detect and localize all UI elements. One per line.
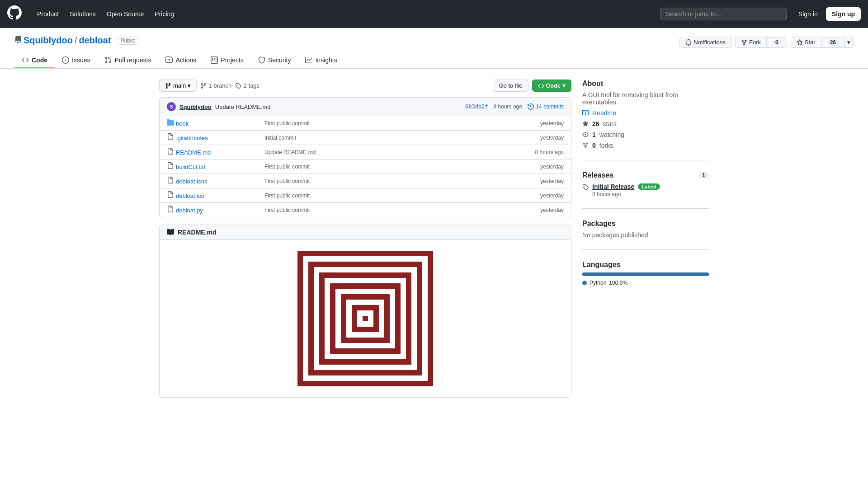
- file-icon: [167, 148, 176, 156]
- star-add-button[interactable]: ▾: [844, 37, 854, 48]
- file-commit-hook: First public commit: [257, 120, 509, 127]
- tab-code[interactable]: Code: [14, 53, 55, 68]
- star-count-value: 26: [827, 39, 839, 46]
- code-button[interactable]: Code ▾: [532, 80, 572, 92]
- packages-section: Packages No packages published: [582, 220, 709, 250]
- tab-security-label: Security: [268, 56, 291, 64]
- release-name[interactable]: Initial Release: [592, 183, 634, 190]
- releases-section: Releases 1 Initial Release Latest: [582, 171, 709, 209]
- tag-count: 2: [243, 82, 246, 89]
- file-time-readme: 8 hours ago: [509, 149, 564, 155]
- tab-projects[interactable]: Projects: [203, 53, 251, 68]
- notifications-button[interactable]: Notifications: [679, 37, 731, 48]
- top-nav: Product Solutions Open Source Pricing Si…: [0, 0, 868, 28]
- fork-count[interactable]: 0: [767, 37, 787, 48]
- fork-button[interactable]: Fork: [735, 37, 767, 48]
- tab-insights[interactable]: Insights: [298, 53, 344, 68]
- commit-count: 14: [536, 103, 542, 110]
- file-name-gitattributes: .gitattributes: [176, 134, 257, 141]
- sign-in-button[interactable]: Sign in: [794, 8, 822, 20]
- file-commit-debloat-ico: First public commit: [257, 192, 509, 199]
- file-link-buildcli[interactable]: buildCLI.txt: [176, 164, 205, 170]
- nav-pricing[interactable]: Pricing: [150, 8, 179, 20]
- branch-count-link[interactable]: 1 branch: [200, 82, 231, 89]
- file-commit-buildcli: First public commit: [257, 164, 509, 170]
- tag-label: tags: [248, 82, 259, 89]
- release-latest-badge: Latest: [638, 183, 660, 190]
- file-link-debloat-ico[interactable]: debloat.ico: [176, 192, 204, 199]
- file-time-debloat-py: yesterday: [509, 207, 564, 213]
- commit-right: 6b3db2f 8 hours ago 14 commits: [465, 103, 564, 110]
- fork-count-value: 0: [773, 39, 781, 46]
- about-title: About: [582, 80, 709, 88]
- file-link-debloat-py[interactable]: debloat.py: [176, 207, 203, 214]
- forks-stat: 0 forks: [582, 142, 709, 149]
- commit-author[interactable]: Squiblydoo: [179, 103, 212, 110]
- nav-open-source[interactable]: Open Source: [102, 8, 149, 20]
- breadcrumb-separator: /: [75, 35, 77, 46]
- readme-image: [170, 251, 560, 386]
- release-tag-icon: [582, 184, 589, 192]
- branch-right: Go to file Code ▾: [493, 80, 571, 92]
- go-to-file-button[interactable]: Go to file: [493, 80, 528, 92]
- folder-icon: [167, 119, 176, 127]
- file-time-hook: yesterday: [509, 120, 564, 127]
- branch-bar: main ▾ 1 branch 2: [159, 80, 571, 92]
- table-row: debloat.py First public commit yesterday: [160, 203, 571, 217]
- languages-title: Languages: [582, 261, 709, 269]
- star-count-button[interactable]: 26: [821, 37, 844, 48]
- readme-link[interactable]: Readme: [582, 109, 709, 117]
- file-link-gitattributes[interactable]: .gitattributes: [176, 135, 208, 141]
- readme-section: README.md: [159, 225, 571, 398]
- sidebar: About A GUI tool for removing bloat from…: [582, 80, 709, 398]
- search-input[interactable]: [660, 8, 787, 20]
- file-link-readme[interactable]: README.md: [176, 149, 211, 156]
- release-info: Initial Release Latest 8 hours ago: [592, 183, 660, 197]
- commits-label: commits: [543, 103, 564, 110]
- branch-selector[interactable]: main ▾: [159, 80, 197, 92]
- commit-sha[interactable]: 6b3db2f: [465, 103, 488, 110]
- tab-pull-requests[interactable]: Pull requests: [97, 53, 158, 68]
- owner-link[interactable]: Squiblydoo: [24, 35, 73, 46]
- fork-group: Fork 0: [735, 37, 787, 48]
- commit-time: 8 hours ago: [494, 103, 522, 110]
- star-button[interactable]: Star: [791, 37, 821, 48]
- tab-pr-label: Pull requests: [114, 56, 151, 64]
- tab-actions[interactable]: Actions: [158, 53, 203, 68]
- star-label: Star: [805, 39, 816, 46]
- languages-section: Languages Python 100.0%: [582, 261, 709, 297]
- table-row: README.md Update README.md 8 hours ago: [160, 145, 571, 160]
- python-label: Python: [590, 280, 606, 286]
- file-icon: [167, 177, 176, 185]
- tag-count-link[interactable]: 2 tags: [235, 82, 259, 89]
- file-link-debloat-icns[interactable]: debloat.icns: [176, 178, 207, 185]
- table-row: debloat.icns First public commit yesterd…: [160, 174, 571, 188]
- file-icon: [167, 206, 176, 214]
- release-time: 8 hours ago: [592, 191, 660, 197]
- about-section: About A GUI tool for removing bloat from…: [582, 80, 709, 160]
- main-container: main ▾ 1 branch 2: [145, 69, 723, 408]
- nav-product[interactable]: Product: [33, 8, 63, 20]
- file-icon: [167, 133, 176, 142]
- commits-link[interactable]: 14 commits: [528, 103, 564, 110]
- github-logo-icon[interactable]: [7, 5, 22, 23]
- table-row: buildCLI.txt First public commit yesterd…: [160, 160, 571, 174]
- commit-info: S Squiblydoo Update README.md 6b3db2f 8 …: [159, 97, 571, 116]
- stars-stat: 26 stars: [582, 120, 709, 127]
- table-row: .gitattributes Initial commit yesterday: [160, 131, 571, 145]
- tab-projects-label: Projects: [221, 56, 244, 64]
- forks-count: 0: [592, 142, 596, 149]
- nav-solutions[interactable]: Solutions: [65, 8, 100, 20]
- repo-name-link[interactable]: debloat: [79, 35, 111, 46]
- no-packages-message: No packages published: [582, 231, 709, 239]
- sign-up-button[interactable]: Sign up: [826, 7, 861, 21]
- watching-stat: 1 watching: [582, 131, 709, 138]
- avatar: S: [167, 102, 176, 111]
- svg-rect-12: [363, 316, 368, 321]
- file-time-debloat-ico: yesterday: [509, 192, 564, 199]
- stars-count: 26: [592, 120, 599, 127]
- file-link-hook[interactable]: hook: [176, 120, 189, 127]
- tab-issues[interactable]: Issues: [55, 53, 97, 68]
- tab-security[interactable]: Security: [251, 53, 298, 68]
- stars-label: stars: [603, 120, 617, 127]
